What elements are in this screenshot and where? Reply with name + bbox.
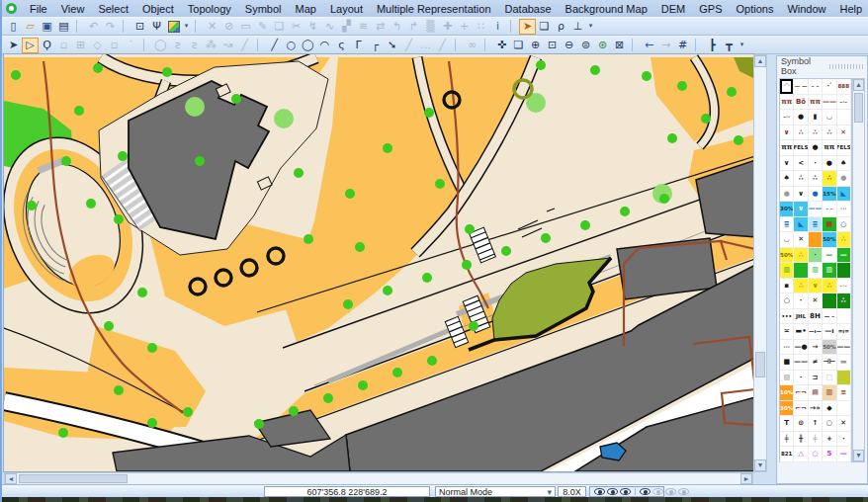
symbol-cell[interactable]: △ bbox=[794, 447, 808, 462]
symbol-cell[interactable]: · bbox=[837, 432, 851, 448]
symbol-cell[interactable]: ▦ bbox=[823, 217, 836, 233]
scroll-up-icon[interactable]: ▲ bbox=[754, 55, 766, 67]
symbol-cell[interactable]: ∴ bbox=[823, 171, 836, 187]
eye-icon[interactable] bbox=[652, 488, 663, 495]
symbol-cell[interactable]: · bbox=[794, 371, 808, 386]
symbol-cell[interactable]: ππ bbox=[780, 95, 794, 111]
symbol-cell[interactable]: ○ bbox=[780, 293, 794, 309]
menu-item-help[interactable]: Help bbox=[833, 2, 868, 16]
symbol-cell[interactable]: 30% bbox=[780, 401, 794, 417]
symbol-cell[interactable]: ∴ bbox=[823, 279, 836, 294]
symbol-cell[interactable] bbox=[837, 309, 851, 325]
new-map-button[interactable]: ▯ bbox=[5, 19, 22, 35]
symbol-cell[interactable]: 30% bbox=[780, 202, 794, 217]
symbol-cell[interactable]: ∴ bbox=[794, 171, 808, 187]
panel-grip[interactable] bbox=[829, 64, 863, 69]
toolbar-overflow-button-2[interactable]: ▾ bbox=[586, 19, 595, 35]
menu-item-window[interactable]: Window bbox=[780, 2, 832, 16]
menu-item-background-map[interactable]: Background Map bbox=[559, 2, 654, 16]
symbol-cell[interactable]: ∴ bbox=[837, 232, 851, 248]
symbol-cell[interactable]: ▥ bbox=[823, 385, 836, 401]
menu-item-layout[interactable]: Layout bbox=[323, 2, 370, 16]
symbol-cell[interactable]: —— bbox=[794, 355, 808, 371]
symbol-cell[interactable]: ■ bbox=[780, 355, 794, 371]
symbol-cell[interactable]: – – bbox=[823, 202, 836, 217]
symbol-cell[interactable]: ▤ bbox=[809, 385, 823, 401]
symbol-cell[interactable]: ••• bbox=[780, 309, 794, 325]
symbol-cell[interactable]: ◣ bbox=[794, 217, 808, 233]
edit-point-button[interactable]: ▷ bbox=[22, 38, 39, 53]
select-symbol-of-object-button[interactable]: ➤ bbox=[519, 19, 536, 35]
select-object-button[interactable]: ➤ bbox=[5, 38, 22, 53]
draw-curve-button[interactable]: ◠ bbox=[316, 38, 333, 53]
symbol-cell[interactable]: ⌐¬ bbox=[794, 401, 808, 417]
symbol-cell[interactable]: 821 bbox=[780, 447, 794, 462]
symbol-cell[interactable]: ✕ bbox=[837, 126, 851, 141]
eye-icon[interactable] bbox=[665, 488, 676, 495]
symbol-cell[interactable] bbox=[809, 232, 823, 248]
open-map-button[interactable]: ▱ bbox=[22, 19, 39, 35]
symbol-cell[interactable]: ● bbox=[794, 110, 808, 126]
ruler-guides-button[interactable]: ┣ bbox=[704, 38, 721, 53]
symbol-cell[interactable]: 50% bbox=[823, 232, 836, 248]
menu-item-dem[interactable]: DEM bbox=[654, 2, 692, 16]
symbol-cell[interactable]: ∨ bbox=[780, 156, 794, 172]
symbol-cell[interactable]: · bbox=[809, 248, 823, 264]
mode-select[interactable]: Normal Mode ▾ bbox=[435, 486, 556, 497]
symbol-cell[interactable]: < bbox=[794, 156, 808, 172]
symbol-cell[interactable]: ⊙ bbox=[794, 416, 808, 432]
ruler-origin-button[interactable]: ┳ bbox=[721, 38, 738, 53]
symbol-cell[interactable]: 10% bbox=[780, 385, 794, 401]
symbol-cell[interactable]: ∴ bbox=[794, 248, 808, 264]
symbol-cell[interactable]: ··· bbox=[780, 340, 794, 356]
symbol-cell[interactable]: ✕ bbox=[837, 416, 851, 432]
symbol-cell[interactable]: FELS bbox=[794, 140, 808, 156]
symbol-cell[interactable]: ● bbox=[780, 187, 794, 203]
print-button[interactable]: ▤ bbox=[55, 19, 72, 35]
symbol-cell[interactable]: – – bbox=[809, 79, 823, 95]
menu-item-multiple-representation[interactable]: Multiple Representation bbox=[370, 2, 498, 16]
symbol-cell[interactable]: ● bbox=[809, 187, 823, 203]
menu-item-symbol[interactable]: Symbol bbox=[238, 2, 289, 16]
symbol-cell[interactable]: ● bbox=[823, 156, 836, 172]
symbol-box-scrollbar[interactable]: ▲ ▼ bbox=[852, 78, 865, 462]
symbol-cell[interactable]: JHL bbox=[794, 309, 808, 325]
symbol-cell[interactable] bbox=[837, 371, 851, 386]
symbol-cell[interactable] bbox=[837, 263, 851, 279]
symbol-cell[interactable]: FELS bbox=[837, 140, 851, 156]
symbol-cell[interactable]: ↑ bbox=[809, 416, 823, 432]
map-canvas[interactable] bbox=[4, 54, 753, 471]
zoom-selection-button[interactable]: ⊠ bbox=[611, 38, 628, 53]
symbol-cell[interactable]: ⌐¬ bbox=[794, 385, 808, 401]
zoom-window-button[interactable]: ⊡ bbox=[544, 38, 561, 53]
chevron-down-icon[interactable]: ▾ bbox=[547, 487, 552, 496]
symbol-scroll-thumb[interactable] bbox=[854, 93, 863, 123]
eye-icon[interactable] bbox=[620, 488, 631, 495]
vertical-scroll-thumb[interactable] bbox=[755, 352, 765, 377]
menu-item-object[interactable]: Object bbox=[135, 2, 181, 16]
symbol-cell[interactable]: 888 bbox=[837, 79, 851, 95]
symbol-cell[interactable]: ▢ bbox=[823, 371, 836, 386]
symbol-cell[interactable]: —— bbox=[823, 95, 836, 111]
symbol-cell[interactable]: =ı= bbox=[837, 324, 851, 340]
symbol-cell[interactable]: ◠ bbox=[780, 79, 794, 95]
symbol-cell[interactable]: ∨ bbox=[794, 202, 808, 217]
show-whole-map-button[interactable]: Ψ bbox=[148, 19, 165, 35]
symbol-cell[interactable]: — bbox=[837, 248, 851, 264]
zoom-previous-button[interactable]: ⊜ bbox=[577, 38, 594, 53]
eye-icon[interactable] bbox=[678, 488, 689, 495]
menu-item-gps[interactable]: GPS bbox=[692, 2, 729, 16]
symbol-cell[interactable]: — bbox=[823, 248, 836, 264]
symbol-cell[interactable]: ○ bbox=[809, 447, 823, 462]
symbol-cell[interactable]: —ı— bbox=[809, 324, 823, 340]
eye-icon[interactable] bbox=[640, 488, 651, 495]
select-extent-button[interactable]: ⊡ bbox=[131, 19, 148, 35]
symbol-cell[interactable]: ∴ bbox=[794, 279, 808, 294]
symbol-cell[interactable]: →» bbox=[809, 401, 823, 417]
symbol-cell[interactable]: ∴ bbox=[823, 126, 836, 141]
symbol-cell[interactable]: ╫ bbox=[794, 432, 808, 448]
draw-ellipse-button[interactable]: ◯ bbox=[300, 38, 316, 53]
symbol-cell[interactable]: ⊣⊢ bbox=[823, 355, 836, 371]
symbol-cell[interactable]: 50% bbox=[780, 248, 794, 264]
symbol-cell[interactable]: ╪ bbox=[809, 432, 823, 448]
